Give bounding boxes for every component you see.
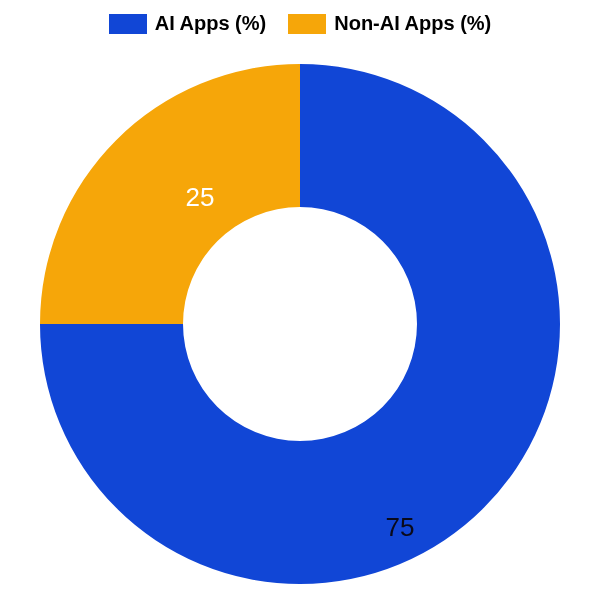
slice-label-0: 75 bbox=[386, 512, 415, 542]
donut-chart: 7525 bbox=[0, 48, 600, 600]
legend-swatch-icon bbox=[109, 14, 147, 34]
legend-item-non-ai-apps: Non-AI Apps (%) bbox=[288, 12, 491, 35]
legend-label: Non-AI Apps (%) bbox=[334, 12, 491, 35]
legend-swatch-icon bbox=[288, 14, 326, 34]
slice-label-1: 25 bbox=[186, 182, 215, 212]
donut-slice-1 bbox=[40, 64, 300, 324]
chart-legend: AI Apps (%) Non-AI Apps (%) bbox=[0, 12, 600, 35]
legend-label: AI Apps (%) bbox=[155, 12, 266, 35]
legend-item-ai-apps: AI Apps (%) bbox=[109, 12, 266, 35]
donut-svg: 7525 bbox=[30, 54, 570, 594]
